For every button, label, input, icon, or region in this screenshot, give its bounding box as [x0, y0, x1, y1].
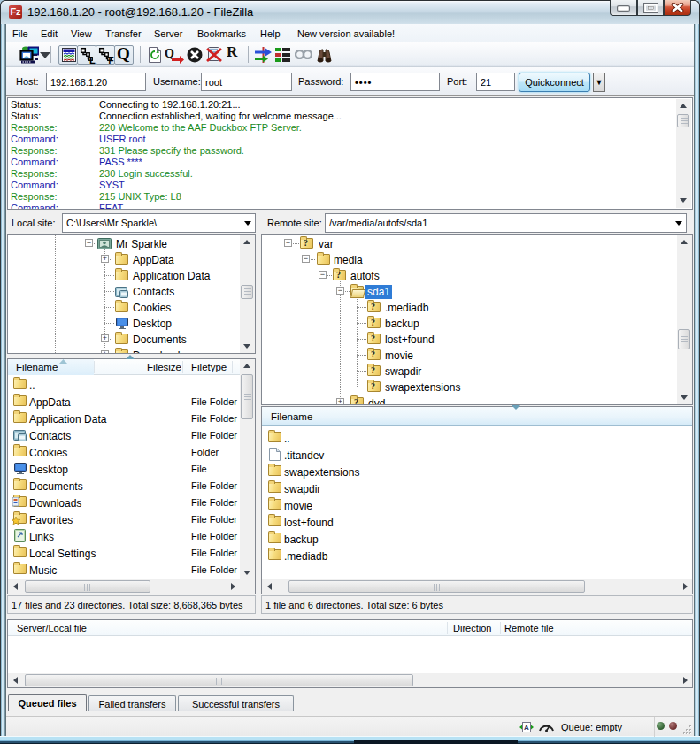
svg-text:Q: Q [165, 47, 174, 60]
svg-text:L: L [89, 55, 96, 64]
svg-text:F: F [109, 56, 114, 64]
svg-text:A: A [524, 724, 529, 732]
